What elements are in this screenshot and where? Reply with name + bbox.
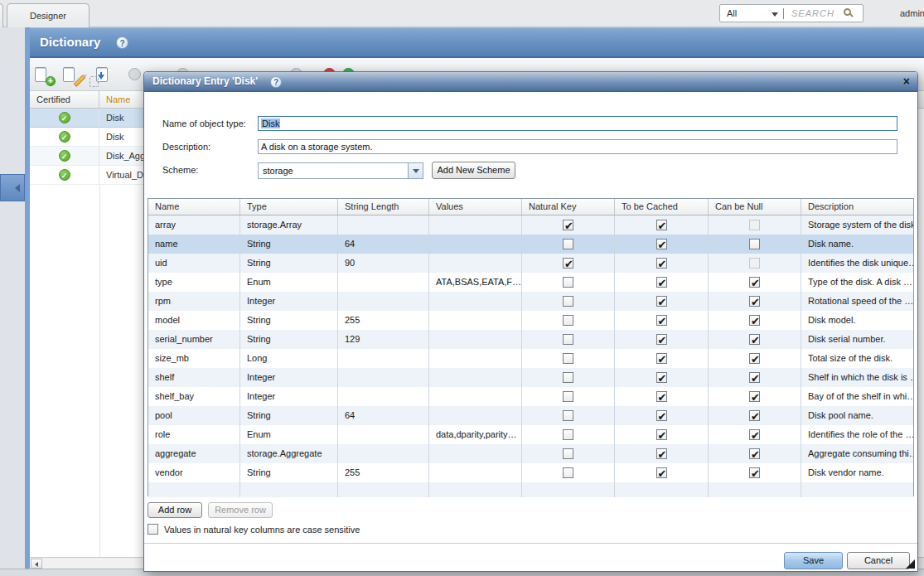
can-be-null-checkbox[interactable] [749, 353, 760, 364]
natural-key-cell [522, 273, 615, 292]
attribute-row[interactable]: poolString64Disk pool name. [148, 406, 913, 425]
to-be-cached-checkbox[interactable] [656, 410, 667, 421]
to-be-cached-checkbox[interactable] [656, 258, 667, 269]
can-be-null-checkbox[interactable] [749, 277, 760, 288]
can-be-null-checkbox[interactable] [749, 315, 760, 326]
natural-key-checkbox[interactable] [563, 410, 573, 421]
search-filter-dropdown[interactable]: All [727, 8, 737, 18]
to-be-cached-checkbox[interactable] [656, 467, 667, 478]
to-be-cached-checkbox[interactable] [656, 353, 667, 364]
add-row-button[interactable]: Add row [148, 502, 202, 518]
col-header-name[interactable]: Name [148, 199, 240, 215]
attribute-row[interactable]: roleEnumdata,dparity,parity…Identifies t… [148, 425, 913, 444]
search-input[interactable]: SEARCH [791, 8, 835, 18]
natural-key-checkbox[interactable] [563, 391, 573, 402]
natural-key-cell [522, 349, 615, 368]
natural-key-checkbox[interactable] [563, 239, 573, 249]
can-be-null-checkbox[interactable] [749, 448, 760, 459]
dropdown-button[interactable] [408, 163, 423, 178]
to-be-cached-checkbox[interactable] [656, 239, 667, 249]
column-header-certified[interactable]: Certified [30, 91, 99, 108]
help-icon[interactable]: ? [270, 76, 282, 88]
to-be-cached-checkbox[interactable] [656, 220, 667, 230]
collapse-panel-handle[interactable] [0, 174, 25, 201]
can-be-null-checkbox[interactable] [749, 334, 760, 345]
col-header-description[interactable]: Description [801, 199, 913, 215]
col-header-can-be-null[interactable]: Can be Null [709, 199, 801, 215]
to-be-cached-checkbox[interactable] [656, 448, 667, 459]
to-be-cached-cell [615, 406, 709, 425]
attr-name: vendor [148, 463, 240, 482]
to-be-cached-checkbox[interactable] [656, 391, 667, 402]
case-sensitive-checkbox[interactable] [148, 524, 158, 535]
to-be-cached-cell [615, 482, 709, 497]
add-new-scheme-button[interactable]: Add New Scheme [432, 162, 515, 179]
col-header-string-length[interactable]: String Length [338, 199, 429, 215]
edit-entry-button[interactable] [61, 66, 85, 86]
attribute-row[interactable]: arraystorage.ArrayStorage system of the … [148, 215, 913, 235]
dialog-titlebar[interactable]: Dictionary Entry 'Disk' ? × [144, 72, 917, 92]
cancel-button[interactable]: Cancel [847, 552, 910, 569]
description-input[interactable] [258, 139, 897, 154]
scheme-select[interactable]: storage [258, 162, 423, 179]
col-header-natural-key[interactable]: Natural Key [522, 199, 615, 215]
attribute-row[interactable]: vendorString255Disk vendor name. [148, 463, 913, 482]
can-be-null-checkbox[interactable] [749, 410, 760, 421]
attribute-row[interactable]: rpmIntegerRotational speed of the … [148, 292, 913, 311]
search-icon[interactable] [844, 8, 851, 16]
to-be-cached-checkbox[interactable] [656, 296, 667, 307]
col-header-type[interactable]: Type [240, 199, 338, 215]
can-be-null-checkbox[interactable] [749, 467, 760, 478]
object-type-name-input[interactable]: Disk [258, 116, 897, 131]
natural-key-checkbox[interactable] [563, 429, 573, 440]
partial-tab[interactable] [0, 3, 3, 27]
col-header-to-be-cached[interactable]: To be Cached [615, 199, 709, 215]
natural-key-checkbox[interactable] [563, 315, 573, 326]
new-entry-button[interactable]: + [33, 66, 56, 86]
col-header-values[interactable]: Values [429, 199, 522, 215]
attr-values [429, 463, 522, 482]
attribute-row[interactable]: serial_numberString129Disk serial number… [148, 330, 913, 349]
to-be-cached-checkbox[interactable] [656, 372, 667, 383]
save-button[interactable]: Save [784, 552, 843, 569]
attribute-row[interactable]: aggregatestorage.AggregateAggregate cons… [148, 444, 913, 463]
attribute-row[interactable]: shelfIntegerShelf in which the disk is … [148, 368, 913, 387]
global-search-box[interactable]: All SEARCH [719, 4, 864, 22]
attribute-row[interactable]: nameString64Disk name. [148, 235, 913, 254]
help-icon[interactable]: ? [116, 36, 128, 49]
attribute-row[interactable]: size_mbLongTotal size of the disk. [148, 349, 913, 368]
can-be-null-checkbox[interactable] [749, 296, 760, 307]
to-be-cached-checkbox[interactable] [656, 429, 667, 440]
natural-key-checkbox[interactable] [563, 258, 573, 269]
scroll-left-button[interactable] [31, 559, 42, 569]
can-be-null-checkbox[interactable] [749, 391, 760, 402]
document-icon [63, 67, 75, 82]
can-be-null-checkbox[interactable] [749, 372, 760, 383]
tab-designer[interactable]: Designer [7, 3, 89, 27]
to-be-cached-checkbox[interactable] [656, 277, 667, 288]
natural-key-checkbox[interactable] [563, 220, 573, 230]
natural-key-checkbox[interactable] [563, 277, 573, 288]
natural-key-checkbox[interactable] [563, 448, 573, 459]
attribute-row[interactable]: typeEnumATA,BSAS,EATA,F…Type of the disk… [148, 273, 913, 292]
attribute-row[interactable]: shelf_bayIntegerBay of of the shelf in w… [148, 387, 913, 406]
can-be-null-checkbox[interactable] [749, 239, 760, 249]
close-icon[interactable]: × [903, 75, 910, 88]
to-be-cached-checkbox[interactable] [656, 315, 667, 326]
toolbar-hidden-icon[interactable] [128, 68, 141, 80]
can-be-null-cell [709, 215, 801, 235]
certified-cell: ✓ [30, 109, 99, 127]
attribute-row[interactable]: uidString90Identifies the disk unique… [148, 254, 913, 273]
natural-key-checkbox[interactable] [563, 372, 573, 383]
attr-name: aggregate [148, 444, 240, 463]
to-be-cached-checkbox[interactable] [656, 334, 667, 345]
can-be-null-checkbox[interactable] [749, 429, 760, 440]
natural-key-checkbox[interactable] [563, 467, 573, 478]
natural-key-checkbox[interactable] [563, 296, 573, 307]
resize-handle-icon[interactable] [906, 559, 915, 569]
natural-key-checkbox[interactable] [563, 334, 573, 345]
attributes-table-header: Name Type String Length Values Natural K… [148, 199, 913, 215]
natural-key-checkbox[interactable] [563, 353, 573, 364]
clone-entry-button[interactable] [89, 66, 113, 86]
attribute-row[interactable]: modelString255Disk model. [148, 311, 913, 330]
